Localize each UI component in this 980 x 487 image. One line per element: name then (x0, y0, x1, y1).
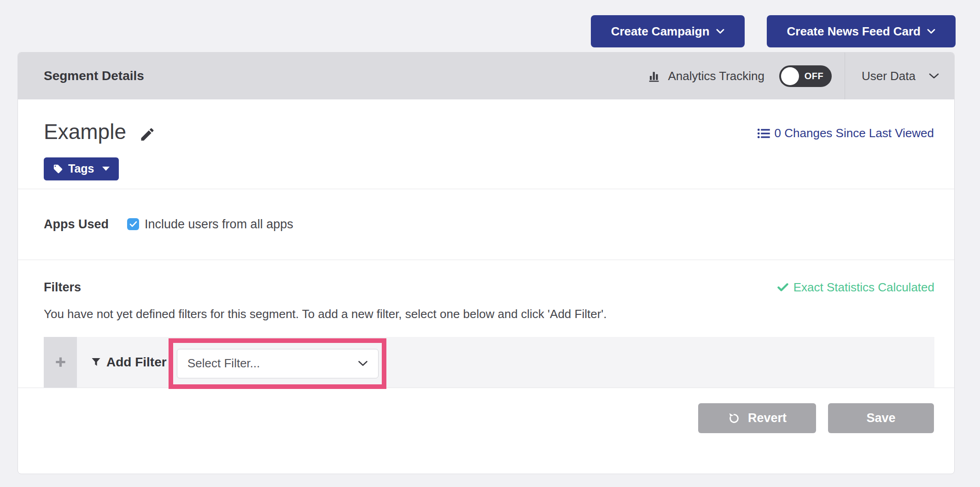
analytics-tracking-group: Analytics Tracking OFF (648, 65, 832, 87)
top-action-bar: Create Campaign Create News Feed Card (0, 15, 956, 47)
filters-label: Filters (44, 280, 81, 295)
create-campaign-button[interactable]: Create Campaign (591, 15, 745, 47)
card-footer: Revert Save (18, 388, 954, 449)
funnel-icon (91, 357, 101, 367)
filter-select-placeholder: Select Filter... (187, 356, 260, 371)
revert-label: Revert (748, 411, 787, 425)
filter-builder-row: Add Filter Select Filter... (44, 337, 934, 388)
apps-used-section: Apps Used Include users from all apps (18, 189, 954, 260)
plus-icon (54, 356, 67, 368)
chevron-down-icon (358, 360, 368, 366)
toggle-knob (781, 67, 799, 85)
apps-used-label: Apps Used (44, 217, 109, 232)
user-data-label: User Data (862, 69, 916, 83)
analytics-toggle[interactable]: OFF (779, 65, 832, 87)
filters-empty-text: You have not yet defined filters for thi… (44, 307, 934, 321)
chevron-down-icon (928, 73, 939, 79)
pencil-icon[interactable] (139, 126, 156, 143)
card-header: Segment Details Analytics Tracking OFF (18, 52, 954, 99)
exact-statistics-status: Exact Statistics Calculated (777, 280, 934, 295)
filter-select[interactable]: Select Filter... (177, 349, 379, 378)
segment-title-section: Example 0 Changes Since Last Viewed (18, 99, 954, 189)
segment-details-card: Segment Details Analytics Tracking OFF (18, 52, 955, 474)
changes-since-label: 0 Changes Since Last Viewed (775, 126, 934, 140)
tag-icon (53, 164, 63, 174)
include-all-apps-label: Include users from all apps (145, 217, 293, 232)
revert-icon (728, 412, 741, 425)
add-filter-label: Add Filter (106, 355, 167, 370)
save-label: Save (866, 411, 895, 425)
include-all-apps-checkbox[interactable] (127, 218, 139, 230)
create-news-feed-card-button[interactable]: Create News Feed Card (767, 15, 956, 47)
card-header-controls: Analytics Tracking OFF User Data (648, 52, 954, 99)
exact-statistics-label: Exact Statistics Calculated (793, 280, 934, 295)
tags-button-label: Tags (68, 162, 94, 175)
caret-down-icon (102, 167, 110, 171)
segment-name-title: Example (44, 119, 126, 145)
user-data-dropdown[interactable]: User Data (862, 69, 954, 83)
toggle-state-label: OFF (805, 71, 827, 81)
revert-button[interactable]: Revert (698, 403, 816, 433)
changes-since-link[interactable]: 0 Changes Since Last Viewed (757, 126, 934, 140)
highlight-annotation: Select Filter... (169, 338, 386, 389)
add-filter-group-button[interactable] (44, 337, 77, 388)
create-campaign-label: Create Campaign (611, 24, 710, 39)
list-icon (757, 128, 770, 139)
analytics-tracking-label: Analytics Tracking (668, 69, 764, 83)
check-icon (777, 283, 788, 292)
tags-button[interactable]: Tags (44, 157, 119, 180)
page-title: Segment Details (44, 69, 144, 83)
analytics-icon (648, 69, 661, 83)
chevron-down-icon (716, 29, 724, 34)
filters-section: Filters Exact Statistics Calculated You … (18, 260, 954, 388)
save-button[interactable]: Save (828, 403, 934, 433)
chevron-down-icon (927, 29, 935, 34)
header-divider (845, 52, 845, 99)
create-news-feed-card-label: Create News Feed Card (787, 24, 921, 39)
